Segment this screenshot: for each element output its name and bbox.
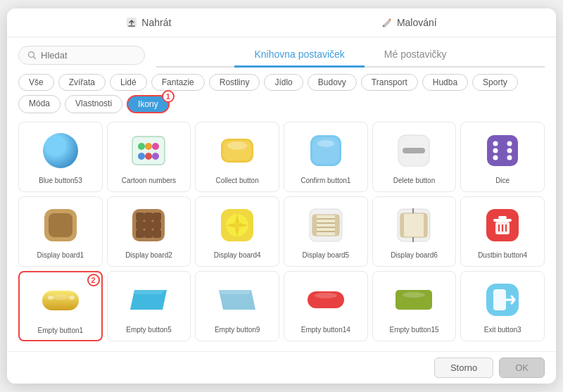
filter-vlastnosti[interactable]: Vlastnosti xyxy=(65,95,122,113)
search-input[interactable] xyxy=(41,50,125,61)
label-display-board5: Display board5 xyxy=(302,251,349,260)
svg-rect-56 xyxy=(42,291,79,310)
filter-zvirata[interactable]: Zvířata xyxy=(58,74,106,91)
label-confirm-button1: Confirm button1 xyxy=(301,176,350,185)
thumb-confirm-button1 xyxy=(305,129,347,172)
svg-point-24 xyxy=(507,156,512,160)
svg-rect-44 xyxy=(400,213,427,237)
item-dice-wrap: Dice xyxy=(460,122,545,192)
thumb-display-board4 xyxy=(216,204,258,246)
upload-label: Nahrát xyxy=(141,17,171,28)
item-display-board5-wrap: Display board5 xyxy=(284,196,368,267)
label-cartoon-numbers: Cartoon numbers xyxy=(122,176,176,185)
footer: Storno OK xyxy=(7,351,556,384)
item-empty-button9[interactable]: Empty button9 xyxy=(195,271,279,341)
label-empty-button14: Empty button14 xyxy=(301,325,350,334)
item-display-board4[interactable]: Display board4 xyxy=(195,196,279,267)
svg-rect-18 xyxy=(487,135,518,166)
item-display-board6[interactable]: Display board6 xyxy=(372,196,457,267)
ok-button[interactable]: OK xyxy=(499,358,545,378)
svg-point-15 xyxy=(317,140,334,147)
paint-icon xyxy=(381,17,393,28)
label-empty-button1: Empty button1 xyxy=(38,326,83,335)
filter-moda[interactable]: Móda xyxy=(18,95,61,113)
tab-my[interactable]: Mé postavičky xyxy=(365,43,467,68)
svg-rect-33 xyxy=(153,221,161,229)
svg-marker-61 xyxy=(133,290,165,294)
svg-point-1 xyxy=(382,25,384,27)
thumb-display-board5 xyxy=(305,204,347,246)
item-dustbin-button4[interactable]: Dustbin button4 xyxy=(460,196,545,267)
filter-jidlo[interactable]: Jídlo xyxy=(264,74,303,91)
label-exit-button3: Exit button3 xyxy=(484,325,521,334)
svg-point-59 xyxy=(52,294,69,300)
item-blue-button53[interactable]: Blue button53 xyxy=(18,122,103,192)
filter-vse[interactable]: Vše xyxy=(18,74,54,91)
item-empty-button15[interactable]: Empty button15 xyxy=(372,271,457,341)
thumb-delete-button xyxy=(393,129,435,172)
svg-rect-45 xyxy=(400,213,404,237)
item-empty-button1-wrap: Empty button1 2 xyxy=(18,271,103,341)
main-dialog: Nahrát Malování Knihovna postaviček Mé p… xyxy=(7,8,556,384)
label-empty-button5: Empty button5 xyxy=(126,325,171,334)
label-display-board4: Display board4 xyxy=(214,251,261,260)
item-delete-button[interactable]: Delete button xyxy=(372,122,457,192)
svg-rect-34 xyxy=(136,229,144,238)
svg-point-58 xyxy=(69,296,75,300)
filter-sporty[interactable]: Sporty xyxy=(472,74,518,91)
item-display-board4-wrap: Display board4 xyxy=(195,196,279,267)
item-collect-button[interactable]: Collect button xyxy=(195,122,279,192)
item-dustbin-button4-wrap: Dustbin button4 xyxy=(460,196,545,267)
cancel-button[interactable]: Storno xyxy=(434,358,493,378)
upload-button[interactable]: Nahrát xyxy=(126,17,171,28)
svg-rect-26 xyxy=(49,213,72,237)
thumb-collect-button xyxy=(216,129,258,172)
svg-point-21 xyxy=(493,148,498,153)
paint-button[interactable]: Malování xyxy=(381,17,437,28)
svg-rect-29 xyxy=(144,213,153,221)
svg-rect-42 xyxy=(335,215,339,236)
paint-label: Malování xyxy=(397,17,437,28)
thumb-dice xyxy=(481,129,524,172)
filter-budovy[interactable]: Budovy xyxy=(308,74,357,91)
item-collect-button-wrap: Collect button xyxy=(195,122,279,192)
filter-ikony[interactable]: Ikony 1 xyxy=(127,95,170,113)
filter-fantazie[interactable]: Fantazie xyxy=(151,74,205,91)
item-display-board5[interactable]: Display board5 xyxy=(284,196,368,267)
item-dice[interactable]: Dice xyxy=(460,122,545,192)
filter-lide[interactable]: Lidé xyxy=(110,74,147,91)
item-cartoon-numbers[interactable]: Cartoon numbers xyxy=(107,122,191,192)
item-display-board2[interactable]: Display board2 xyxy=(107,196,191,267)
label-blue-button53: Blue button53 xyxy=(39,176,82,185)
item-exit-button3[interactable]: Exit button3 xyxy=(460,271,545,341)
search-box[interactable] xyxy=(18,46,145,65)
item-confirm-button1[interactable]: Confirm button1 xyxy=(284,122,368,192)
tab-library[interactable]: Knihovna postaviček xyxy=(234,43,364,68)
label-empty-button9: Empty button9 xyxy=(215,325,260,334)
svg-rect-35 xyxy=(144,229,153,238)
thumb-blue-button53 xyxy=(39,129,82,172)
filter-hudba[interactable]: Hudba xyxy=(422,74,468,91)
item-empty-button5[interactable]: Empty button5 xyxy=(107,271,191,341)
filter-rostliny[interactable]: Rostliny xyxy=(209,74,260,91)
item-display-board6-wrap: Display board6 xyxy=(372,196,457,267)
label-empty-button15: Empty button15 xyxy=(389,325,438,334)
svg-rect-30 xyxy=(153,213,161,221)
item-display-board1[interactable]: Display board1 xyxy=(18,196,103,267)
svg-rect-32 xyxy=(144,221,153,229)
label-display-board1: Display board1 xyxy=(37,251,84,260)
svg-marker-63 xyxy=(219,290,251,294)
item-empty-button1-badge: 2 xyxy=(87,274,100,286)
thumb-display-board1 xyxy=(39,204,82,246)
filter-transport[interactable]: Transport xyxy=(361,74,418,91)
item-cartoon-numbers-wrap: Cartoon numbers xyxy=(107,122,191,192)
svg-rect-3 xyxy=(132,137,165,165)
item-delete-button-wrap: Delete button xyxy=(372,122,457,192)
svg-point-20 xyxy=(507,141,512,146)
svg-point-65 xyxy=(315,293,337,298)
thumb-display-board2 xyxy=(127,204,170,246)
svg-point-12 xyxy=(227,141,247,150)
svg-point-5 xyxy=(145,143,152,150)
item-confirm-button1-wrap: Confirm button1 xyxy=(284,122,368,192)
item-empty-button14[interactable]: Empty button14 xyxy=(284,271,368,341)
